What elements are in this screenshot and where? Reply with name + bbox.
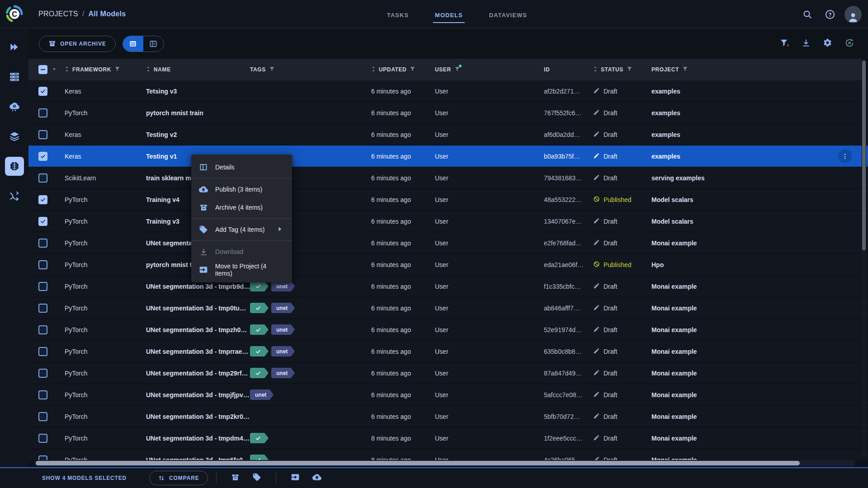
menu-item-publish[interactable]: Publish (3 items) xyxy=(191,180,292,198)
sidebar-item-getting-started[interactable] xyxy=(5,38,24,56)
footer-add-tag-button[interactable] xyxy=(252,473,261,483)
menu-item-move-to-project[interactable]: Move to Project (4 items) xyxy=(191,261,292,279)
menu-item-add-tag[interactable]: Add Tag (4 items) xyxy=(191,221,292,239)
footer-publish-button[interactable] xyxy=(312,473,321,483)
column-header-name[interactable]: NAME xyxy=(146,66,250,74)
table-row[interactable]: KerasTetsing v36 minutes agoUseraf2b2d27… xyxy=(28,80,868,102)
column-header-user[interactable]: USER xyxy=(435,66,544,73)
table-row[interactable]: PyTorchUNet segmentation 3d - tmp0tu…une… xyxy=(28,297,868,319)
selection-count-label[interactable]: SHOW 4 MODELS SELECTED xyxy=(42,475,127,481)
row-checkbox[interactable] xyxy=(38,195,47,204)
sidebar-item-workers-queues[interactable] xyxy=(5,67,24,86)
column-header-updated[interactable]: UPDATED xyxy=(371,66,435,74)
cell-project: Monai example xyxy=(651,283,868,290)
row-checkbox[interactable] xyxy=(38,369,47,378)
tab-models[interactable]: MODELS xyxy=(433,2,465,27)
filter-tags[interactable] xyxy=(269,66,275,73)
row-checkbox[interactable] xyxy=(38,412,47,421)
table-row[interactable]: KerasTesting v16 minutes agoUserb0a93b75… xyxy=(28,145,868,167)
table-row[interactable]: KerasTesting v26 minutes agoUseraf6d0a2d… xyxy=(28,124,868,145)
vertical-scrollbar-thumb[interactable] xyxy=(862,61,866,250)
table-row[interactable]: PyTorchUNet segmentation 3d - tmp2kr0…6 … xyxy=(28,406,868,427)
vertical-scrollbar[interactable] xyxy=(862,59,866,458)
table-view-button[interactable] xyxy=(123,36,143,52)
row-checkbox[interactable] xyxy=(38,130,47,139)
auto-refresh-icon[interactable] xyxy=(844,38,854,50)
sort-framework[interactable] xyxy=(65,66,69,74)
row-checkbox[interactable] xyxy=(38,108,47,117)
row-checkbox[interactable] xyxy=(38,260,47,269)
footer-archive-button[interactable] xyxy=(231,473,240,483)
filter-user[interactable] xyxy=(454,66,460,73)
table-row[interactable]: PyTorchTraining v46 minutes agoUser48a55… xyxy=(28,189,868,211)
horizontal-scrollbar-thumb[interactable] xyxy=(36,461,800,465)
tab-dataviews[interactable]: DATAVIEWS xyxy=(487,2,529,27)
row-checkbox[interactable] xyxy=(38,325,47,334)
row-checkbox-cell xyxy=(28,217,65,226)
breadcrumb-root[interactable]: PROJECTS xyxy=(38,10,78,18)
svg-text:x: x xyxy=(787,43,789,47)
filter-status[interactable] xyxy=(627,66,632,73)
open-archive-button[interactable]: OPEN ARCHIVE xyxy=(39,36,116,52)
table-row[interactable]: PyTorchUNet segmentation 3d - tmp6fa08 m… xyxy=(28,449,868,461)
help-icon[interactable]: ? xyxy=(822,6,838,23)
check-icon xyxy=(40,219,46,224)
menu-item-details[interactable]: Details xyxy=(191,158,292,176)
column-header-framework[interactable]: FRAMEWORK xyxy=(65,66,146,74)
avatar[interactable] xyxy=(844,6,862,23)
row-checkbox[interactable] xyxy=(38,282,47,291)
table-row[interactable]: PyTorchUNet segmentation 3d - tmpdm4…8 m… xyxy=(28,427,868,449)
row-checkbox[interactable] xyxy=(38,304,47,313)
column-header-tags[interactable]: TAGS xyxy=(250,66,371,73)
compare-button[interactable]: COMPARE xyxy=(149,471,208,485)
sidebar-item-cloud-autoscaler[interactable] xyxy=(5,97,24,116)
filter-project[interactable] xyxy=(682,66,688,73)
table-row[interactable]: ScikitLearntrain sklearn mo6 minutes ago… xyxy=(28,167,868,189)
download-icon[interactable] xyxy=(802,38,811,49)
sort-name[interactable] xyxy=(146,66,151,74)
filter-updated[interactable] xyxy=(410,66,415,73)
row-checkbox[interactable] xyxy=(38,239,47,248)
tab-tasks[interactable]: TASKS xyxy=(385,2,410,27)
footer-move-to-project-button[interactable] xyxy=(291,473,300,483)
menu-item-archive[interactable]: Archive (4 items) xyxy=(191,198,292,216)
table-row[interactable]: PyTorchUNet segmentat6 minutes agoUsere2… xyxy=(28,232,868,254)
cell-status: Draft xyxy=(593,174,651,182)
column-header-id[interactable]: ID xyxy=(544,66,593,73)
table-row[interactable]: PyTorchUNet segmentation 3d - tmprrae…un… xyxy=(28,341,868,362)
column-header-status[interactable]: STATUS xyxy=(593,66,651,74)
row-checkbox[interactable] xyxy=(38,347,47,356)
table-row[interactable]: PyTorchUNet segmentation 3d - tmprb9d…un… xyxy=(28,276,868,297)
sidebar-item-models[interactable] xyxy=(5,157,24,176)
row-checkbox[interactable] xyxy=(38,174,47,183)
status-label: Draft xyxy=(604,435,617,442)
sidebar-item-pipelines[interactable] xyxy=(5,187,24,206)
table-row[interactable]: PyTorchUNet segmentation 3d - tmpzh0…une… xyxy=(28,319,868,341)
table-row[interactable]: PyTorchpytorch mnist tr6 minutes agoUser… xyxy=(28,254,868,276)
selection-menu-caret[interactable] xyxy=(52,66,57,74)
table-row[interactable]: PyTorchpytorch mnist train6 minutes agoU… xyxy=(28,102,868,124)
sort-icon xyxy=(65,66,69,72)
filter-reset-icon[interactable]: x xyxy=(779,38,789,50)
row-checkbox[interactable] xyxy=(38,87,47,96)
settings-gear-icon[interactable] xyxy=(823,38,832,49)
sort-status[interactable] xyxy=(593,66,598,74)
row-menu-button[interactable] xyxy=(838,150,852,163)
menu-item-label: Move to Project (4 items) xyxy=(215,263,285,277)
clearml-logo[interactable]: C xyxy=(0,0,28,28)
filter-framework[interactable] xyxy=(114,66,120,73)
sort-updated[interactable] xyxy=(371,66,376,74)
row-checkbox[interactable] xyxy=(38,390,47,399)
search-icon[interactable] xyxy=(799,6,816,23)
table-row[interactable]: PyTorchTraining v36 minutes agoUser13407… xyxy=(28,211,868,232)
table-row[interactable]: PyTorchUNet segmentation 3d - tmpjfjpv…u… xyxy=(28,384,868,406)
sidebar-item-datasets[interactable] xyxy=(5,127,24,146)
row-checkbox[interactable] xyxy=(38,152,47,161)
column-header-project[interactable]: PROJECT xyxy=(651,66,862,73)
table-row[interactable]: PyTorchUNet segmentation 3d - tmp29rf…un… xyxy=(28,362,868,384)
select-all-checkbox[interactable] xyxy=(38,65,47,74)
row-checkbox[interactable] xyxy=(38,434,47,443)
card-view-button[interactable] xyxy=(143,36,164,52)
row-checkbox[interactable] xyxy=(38,217,47,226)
horizontal-scrollbar[interactable] xyxy=(34,460,855,466)
